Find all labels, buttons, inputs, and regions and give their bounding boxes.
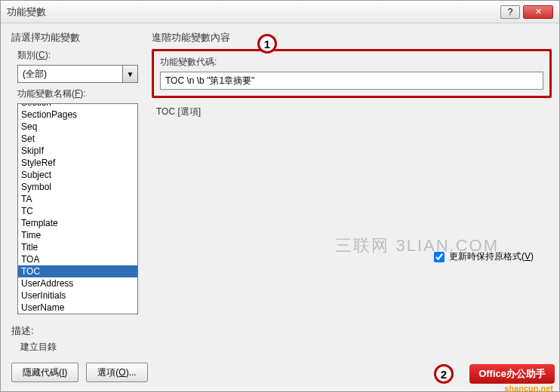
list-item[interactable]: Time xyxy=(18,229,137,241)
description-label: 描述: xyxy=(11,324,238,338)
field-code-label: 功能變數代碼: xyxy=(160,56,543,69)
shancun-text: shancun.net xyxy=(504,384,553,392)
list-item[interactable]: TA xyxy=(18,193,137,205)
category-value: (全部) xyxy=(18,68,122,81)
field-options-text: TOC [選項] xyxy=(156,106,552,118)
list-item[interactable]: SkipIf xyxy=(18,145,137,157)
dialog-title: 功能變數 xyxy=(7,5,500,19)
callout-2: 2 xyxy=(434,364,454,384)
options-button[interactable]: 選項(O)... xyxy=(86,363,147,382)
hide-codes-button[interactable]: 隱藏代碼(I) xyxy=(11,363,78,382)
list-item[interactable]: SectionPages xyxy=(18,109,137,121)
preserve-format-checkbox[interactable] xyxy=(434,252,445,262)
field-code-input[interactable] xyxy=(160,72,543,90)
window-buttons: ? ✕ xyxy=(500,5,553,19)
select-field-heading: 請選擇功能變數 xyxy=(11,31,138,44)
preserve-format-label: 更新時保持原格式(V) xyxy=(449,250,534,263)
preserve-format-row: 更新時保持原格式(V) xyxy=(434,250,534,263)
list-item[interactable]: Section xyxy=(18,103,137,109)
right-panel: 進階功能變數內容 功能變數代碼: TOC [選項] 三联网 3LIAN.COM … xyxy=(152,31,552,346)
advanced-heading: 進階功能變數內容 xyxy=(152,31,552,44)
list-item[interactable]: UserInitials xyxy=(18,289,137,302)
list-item[interactable]: TOC xyxy=(18,265,137,277)
close-button[interactable]: ✕ xyxy=(523,5,553,19)
list-item[interactable]: Seq xyxy=(18,121,137,133)
description-area: 描述: 建立目錄 xyxy=(11,324,238,354)
list-item[interactable]: UserAddress xyxy=(18,277,137,289)
list-item[interactable]: Template xyxy=(18,217,137,229)
titlebar: 功能變數 ? ✕ xyxy=(1,1,559,23)
callout-1: 1 xyxy=(257,34,277,54)
bottom-buttons: 隱藏代碼(I) 選項(O)... xyxy=(11,363,148,382)
list-item[interactable]: UserName xyxy=(18,302,137,314)
field-names-label: 功能變數名稱(F): xyxy=(17,87,138,100)
help-button[interactable]: ? xyxy=(500,5,520,19)
list-item[interactable]: TC xyxy=(18,205,137,217)
field-names-listbox[interactable]: SectionSectionPagesSeqSetSkipIfStyleRefS… xyxy=(17,103,138,314)
description-text: 建立目錄 xyxy=(20,341,238,354)
dialog-body: 請選擇功能變數 類別(C): (全部) ▼ 功能變數名稱(F): Section… xyxy=(1,23,559,391)
left-panel: 請選擇功能變數 類別(C): (全部) ▼ 功能變數名稱(F): Section… xyxy=(11,31,138,346)
list-item[interactable]: Set xyxy=(18,133,137,145)
list-item[interactable]: Title xyxy=(18,241,137,253)
list-item[interactable]: Symbol xyxy=(18,181,137,193)
chevron-down-icon[interactable]: ▼ xyxy=(122,66,137,82)
list-item[interactable]: TOA xyxy=(18,253,137,265)
field-dialog: 功能變數 ? ✕ 請選擇功能變數 類別(C): (全部) ▼ 功能變數名稱(F)… xyxy=(0,0,560,392)
category-combo[interactable]: (全部) ▼ xyxy=(17,65,138,83)
category-label: 類別(C): xyxy=(17,49,138,62)
field-code-box: 功能變數代碼: xyxy=(152,49,552,98)
list-item[interactable]: Subject xyxy=(18,169,137,181)
list-item[interactable]: StyleRef xyxy=(18,157,137,169)
office-badge: Office办公助手 xyxy=(469,364,555,384)
